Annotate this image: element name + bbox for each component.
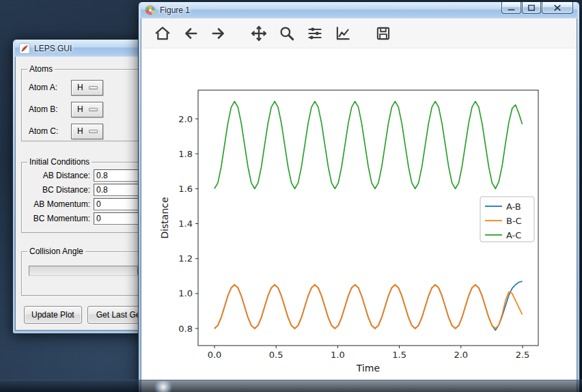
bc-momentum-input[interactable] <box>94 212 139 225</box>
legend-label: B-C <box>506 216 522 226</box>
collision-angle-label: Collision Angle <box>27 247 85 256</box>
figure-window: Figure 1 <box>138 1 580 392</box>
ab-momentum-label: AB Momentum: <box>26 199 90 209</box>
atom-c-value: H <box>77 126 83 136</box>
x-tick-label: 2.0 <box>454 350 468 360</box>
bc-distance-label: BC Distance: <box>26 185 90 195</box>
toolbar-save-button[interactable] <box>370 20 396 46</box>
legend-label: A-B <box>506 201 521 212</box>
desktop: LEPS GUI Atoms Atom A: H Atom B: H <box>0 0 582 392</box>
matplotlib-toolbar <box>141 18 577 48</box>
atom-a-label: Atom A: <box>29 83 71 92</box>
home-icon <box>154 25 171 42</box>
dropdown-indicator-icon <box>89 86 98 89</box>
caption-buttons <box>501 2 573 14</box>
ab-momentum-input[interactable] <box>94 198 139 210</box>
x-tick-label: 2.5 <box>516 350 530 360</box>
minimize-button[interactable] <box>501 2 521 14</box>
bc-momentum-label: BC Momentum: <box>26 214 90 223</box>
atom-b-label: Atom B: <box>29 104 71 114</box>
atom-a-dropdown[interactable]: H <box>71 80 103 96</box>
toolbar-subplots-button[interactable] <box>302 20 327 46</box>
taskbar-app-glow[interactable] <box>154 381 172 392</box>
back-arrow-icon <box>182 25 199 42</box>
y-tick-label: 1.2 <box>178 253 193 264</box>
close-button[interactable] <box>542 2 573 14</box>
x-tick-label: 1.0 <box>331 350 345 360</box>
ab-distance-input[interactable] <box>94 169 139 182</box>
toolbar-zoom-button[interactable] <box>274 20 299 46</box>
atom-a-value: H <box>77 83 83 92</box>
update-plot-button[interactable]: Update Plot <box>24 306 82 324</box>
dropdown-indicator-icon <box>89 130 98 133</box>
atom-b-dropdown[interactable]: H <box>71 102 103 117</box>
x-tick-label: 0.5 <box>269 350 283 360</box>
x-tick-label: 0.0 <box>208 350 222 360</box>
bc-distance-input[interactable] <box>94 184 139 196</box>
ab-distance-label: AB Distance: <box>26 171 90 180</box>
x-tick-label: 1.5 <box>392 350 406 360</box>
leps-window-title: LEPS GUI <box>34 44 72 53</box>
toolbar-back-button[interactable] <box>178 20 203 46</box>
toolbar-forward-button[interactable] <box>206 20 231 46</box>
taskbar[interactable] <box>0 380 582 392</box>
y-tick-label: 1.0 <box>178 288 193 298</box>
y-tick-label: 1.8 <box>178 149 193 159</box>
leps-window-icon <box>19 43 30 54</box>
y-axis-label: Distance <box>159 197 170 238</box>
x-axis-label: Time <box>356 363 380 374</box>
dropdown-indicator-icon <box>89 108 98 111</box>
maximize-button[interactable] <box>522 2 541 14</box>
y-tick-label: 1.4 <box>178 219 193 229</box>
atom-c-label: Atom C: <box>29 126 71 136</box>
zoom-magnifier-icon <box>278 25 296 42</box>
plot-svg[interactable]: 0.00.51.01.52.02.50.81.01.21.41.61.82.0T… <box>141 48 577 392</box>
legend-label: A-C <box>506 230 521 240</box>
initial-conditions-label: Initial Conditions <box>27 157 92 167</box>
y-tick-label: 0.8 <box>178 324 193 334</box>
figure-titlebar[interactable]: Figure 1 <box>141 2 577 18</box>
save-floppy-icon <box>374 25 392 42</box>
atom-c-dropdown[interactable]: H <box>71 124 103 139</box>
figure-canvas[interactable]: 0.00.51.01.52.02.50.81.01.21.41.61.82.0T… <box>141 48 577 392</box>
toolbar-edit-plot-button[interactable] <box>330 20 355 46</box>
figure-content: 0.00.51.01.52.02.50.81.01.21.41.61.82.0T… <box>141 18 577 392</box>
y-tick-label: 2.0 <box>178 114 193 124</box>
toolbar-pan-button[interactable] <box>246 20 271 46</box>
atoms-group-label: Atoms <box>27 64 55 74</box>
atom-b-value: H <box>77 104 83 114</box>
toolbar-home-button[interactable] <box>150 20 175 46</box>
forward-arrow-icon <box>210 25 227 42</box>
edit-plot-icon <box>334 25 352 42</box>
configure-subplots-sliders-icon <box>306 25 324 42</box>
matplotlib-logo-icon <box>145 5 156 16</box>
y-tick-label: 1.6 <box>178 184 193 194</box>
figure-window-title: Figure 1 <box>160 5 190 15</box>
pan-move-icon <box>250 25 268 42</box>
